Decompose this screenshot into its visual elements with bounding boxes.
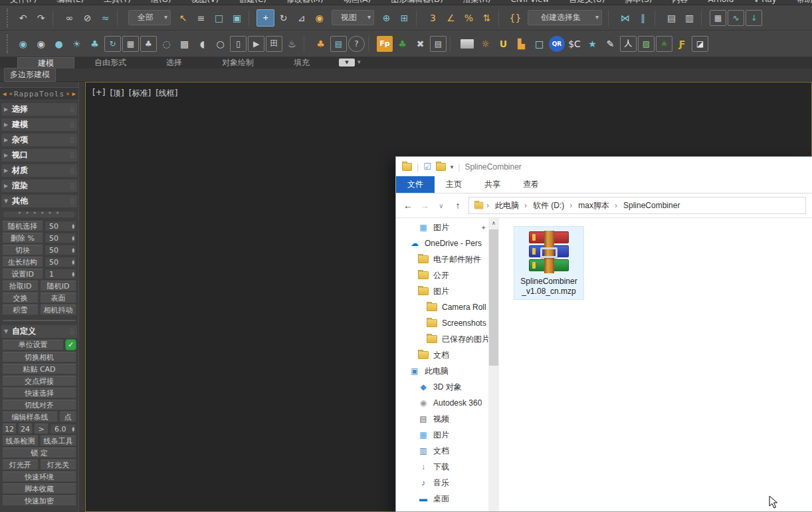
action-button[interactable]: 交换 (2, 293, 39, 303)
rollout-header[interactable]: ▶ 建模 ░ (1, 118, 77, 131)
palette-icon[interactable]: ◖ (193, 35, 211, 53)
list-panel-icon[interactable]: ▤ (430, 36, 447, 52)
breadcrumb-item[interactable]: 软件 (D:) (522, 200, 567, 211)
pin-icon[interactable]: ✦ (481, 224, 486, 231)
teapot-icon[interactable]: ♨ (283, 35, 301, 53)
spinner-snap-toggle-icon[interactable]: ⇅ (478, 9, 496, 27)
menu-item[interactable]: 组(G) (141, 0, 181, 5)
menu-item[interactable]: 视图(V) (181, 0, 229, 5)
rollout-header[interactable]: ▶ 渲染 ░ (1, 180, 77, 192)
snaps-toggle-icon[interactable]: 3 (424, 9, 442, 27)
action-button[interactable]: 随机ID (40, 281, 76, 291)
toolbar-separator[interactable] (304, 35, 309, 53)
toolbar-separator[interactable] (608, 9, 613, 27)
polygon-modeling-panel-tab[interactable]: 多边形建模 (4, 68, 56, 82)
menu-item[interactable]: 渲染(R) (453, 0, 501, 5)
action-button[interactable]: 切换相机 (2, 352, 76, 362)
tools-icon[interactable]: ✖ (411, 35, 429, 53)
toolbar-drag-handle[interactable] (7, 35, 10, 53)
close-icon[interactable]: × (64, 90, 70, 97)
action-button[interactable]: 交点焊接 (2, 376, 76, 386)
value-spinner[interactable]: 50 ▲▼ (45, 245, 76, 255)
action-button[interactable]: 设置ID (2, 269, 43, 279)
action-button[interactable]: 生长结构 (2, 257, 43, 267)
folder-content-area[interactable]: SplineCombiner _v1.08_cn.mzp (499, 218, 812, 511)
menu-item[interactable]: 自定义(U) (559, 0, 615, 5)
ribbon-tab[interactable]: 建模 (17, 57, 74, 68)
explorer-nav-item[interactable]: 图片 (396, 283, 488, 299)
explorer-titlebar[interactable]: | ☑ ▾ | SplineCombiner (396, 157, 812, 176)
play-panel-icon[interactable]: ▶ (248, 36, 264, 52)
spinner-value[interactable]: 50 (49, 222, 70, 231)
tiles-icon[interactable]: ▙ (512, 35, 530, 53)
explorer-nav-item[interactable]: 已保存的图片 (396, 331, 488, 347)
explorer-nav-item[interactable]: ☁ OneDrive - Pers (396, 235, 488, 251)
rollout-header[interactable]: ▶ 材质 ░ (1, 164, 77, 177)
image-export-icon[interactable]: ▨ (638, 36, 655, 52)
spinner-arrows-icon[interactable]: ▲▼ (72, 247, 74, 253)
select-by-name-icon[interactable]: ≡ (192, 9, 210, 27)
tree-icon[interactable]: ♣ (86, 35, 104, 53)
rollout-header-custom[interactable]: ▼ 自定义 ░ (1, 325, 77, 338)
toolbar-separator[interactable] (416, 9, 421, 27)
open-folder-icon[interactable] (460, 39, 474, 49)
breadcrumb-item[interactable]: SplineCombiner (612, 201, 682, 210)
explorer-nav-item[interactable]: ▤ 视频 (396, 411, 488, 427)
sun-settings-icon[interactable]: ☼ (476, 35, 494, 53)
breadcrumb-item[interactable]: max脚本 (567, 200, 612, 211)
up-button[interactable]: ↑ (452, 200, 464, 211)
breadcrumb[interactable]: 此电脑软件 (D:)max脚本SplineCombiner (468, 197, 806, 214)
numeric-button[interactable]: 12 (2, 424, 17, 434)
action-button[interactable]: 切块 (2, 245, 43, 255)
viewport-label-menu[interactable]: [线框] (155, 88, 177, 99)
window-crossing-toggle-icon[interactable]: ▣ (228, 9, 246, 27)
menu-item[interactable]: 修改器(M) (276, 0, 334, 5)
lamp-icon[interactable]: ○ (211, 35, 229, 53)
value-spinner[interactable]: 50 ▲▼ (45, 257, 76, 267)
explorer-nav-item[interactable]: ▣ 此电脑 (396, 363, 488, 379)
sun-icon[interactable]: ☀ (68, 35, 86, 53)
toolbar-drag-handle[interactable] (7, 9, 10, 27)
menu-item[interactable]: 工具(T) (94, 0, 141, 5)
menu-item[interactable]: 图形编辑器(D) (381, 0, 453, 5)
spinner-value[interactable]: 50 (49, 246, 70, 255)
scroll-up-arrow-icon[interactable]: ∧ (488, 218, 499, 228)
spinner-arrows-icon[interactable]: ▲▼ (72, 426, 74, 432)
shield-check-icon[interactable]: ✓ (65, 339, 76, 350)
add-camera-icon[interactable]: ◉ (32, 35, 50, 53)
panel-icon[interactable]: ▯ (230, 36, 247, 52)
contrast-icon[interactable]: ◪ (692, 36, 708, 52)
forward-button[interactable]: → (419, 200, 431, 211)
toolbar-separator[interactable] (498, 9, 504, 27)
breadcrumb-item[interactable]: 此电脑 (484, 200, 522, 211)
named-selection-sets-dropdown[interactable]: 创建选择集 (528, 10, 602, 25)
vertical-scrollbar[interactable]: ∧ (488, 218, 499, 511)
explorer-nav-item[interactable]: ▬ 桌面 (396, 491, 488, 507)
toolbar-separator[interactable] (701, 9, 706, 27)
dock-left-icon[interactable]: ◀ (1, 90, 7, 97)
spinner-arrows-icon[interactable]: ▲▼ (72, 235, 74, 241)
ribbon-tab[interactable]: 主页 (435, 176, 473, 193)
viewport-label-menu[interactable]: [标准] (129, 88, 151, 99)
action-button[interactable]: 快速加密 (2, 495, 76, 506)
menu-item[interactable]: 内容 (662, 0, 698, 5)
ribbon-tab[interactable]: 查看 (512, 176, 550, 193)
value-spinner[interactable]: 6.0 ▲▼ (50, 424, 76, 434)
ribbon-tab[interactable]: 填充 (274, 57, 330, 68)
scrollbar-thumb[interactable] (489, 229, 498, 366)
action-button[interactable]: 相机抖动 (40, 305, 76, 315)
spinner-arrows-icon[interactable]: ▲▼ (72, 223, 74, 229)
building-document-icon[interactable]: ▦ (122, 36, 139, 52)
explorer-nav-item[interactable]: 电子邮件附件 (396, 251, 488, 267)
ribbon-tab[interactable]: 自由形式 (74, 57, 146, 68)
menu-item[interactable]: V-Ray (744, 0, 786, 5)
percent-snap-toggle-icon[interactable]: % (460, 9, 478, 27)
line-detect-button[interactable]: 线条检测 (2, 436, 39, 446)
explorer-nav-item[interactable]: 文档 (396, 347, 488, 363)
ribbon-tab[interactable]: 选择 (146, 57, 202, 68)
ribbon-tab[interactable]: 文件 (396, 176, 435, 193)
growfx-icon[interactable]: Ƒ (673, 35, 691, 53)
recent-locations-dropdown[interactable]: ∨ (435, 202, 447, 209)
menu-item[interactable]: 编辑(E) (47, 0, 94, 5)
reference-coordinate-system-dropdown[interactable]: 视图 (332, 10, 374, 25)
